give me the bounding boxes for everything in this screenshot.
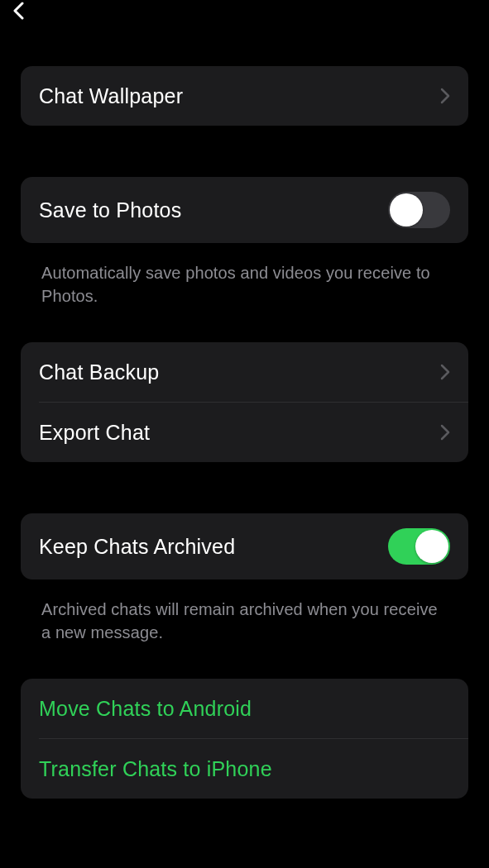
chat-backup-label: Chat Backup — [39, 360, 159, 384]
move-android-row[interactable]: Move Chats to Android — [21, 679, 468, 738]
chevron-right-icon — [440, 88, 450, 104]
chat-wallpaper-label: Chat Wallpaper — [39, 84, 183, 108]
chevron-left-icon — [12, 2, 24, 20]
chat-wallpaper-group: Chat Wallpaper — [21, 66, 468, 126]
chevron-right-icon — [440, 424, 450, 441]
save-to-photos-footer: Automatically save photos and videos you… — [21, 251, 468, 308]
transfer-group: Move Chats to Android Transfer Chats to … — [21, 679, 468, 799]
save-to-photos-group: Save to Photos — [21, 177, 468, 243]
toggle-knob — [415, 530, 448, 563]
chat-backup-row[interactable]: Chat Backup — [21, 342, 468, 402]
chevron-right-icon — [440, 364, 450, 380]
save-to-photos-label: Save to Photos — [39, 198, 181, 222]
save-to-photos-row: Save to Photos — [21, 177, 468, 243]
move-android-label: Move Chats to Android — [39, 697, 252, 721]
toggle-knob — [390, 193, 423, 227]
keep-archived-toggle[interactable] — [388, 528, 450, 565]
export-chat-row[interactable]: Export Chat — [21, 403, 468, 462]
save-to-photos-toggle[interactable] — [388, 192, 450, 228]
chat-wallpaper-row[interactable]: Chat Wallpaper — [21, 66, 468, 126]
settings-content: Chat Wallpaper Save to Photos Automatica… — [0, 25, 489, 868]
keep-archived-group: Keep Chats Archived — [21, 513, 468, 579]
keep-archived-row: Keep Chats Archived — [21, 513, 468, 579]
back-button[interactable] — [8, 0, 28, 27]
keep-archived-label: Keep Chats Archived — [39, 535, 235, 559]
keep-archived-footer: Archived chats will remain archived when… — [21, 588, 468, 644]
header — [0, 0, 489, 25]
export-chat-label: Export Chat — [39, 421, 150, 445]
backup-group: Chat Backup Export Chat — [21, 342, 468, 462]
transfer-iphone-row[interactable]: Transfer Chats to iPhone — [21, 739, 468, 799]
transfer-iphone-label: Transfer Chats to iPhone — [39, 757, 272, 781]
